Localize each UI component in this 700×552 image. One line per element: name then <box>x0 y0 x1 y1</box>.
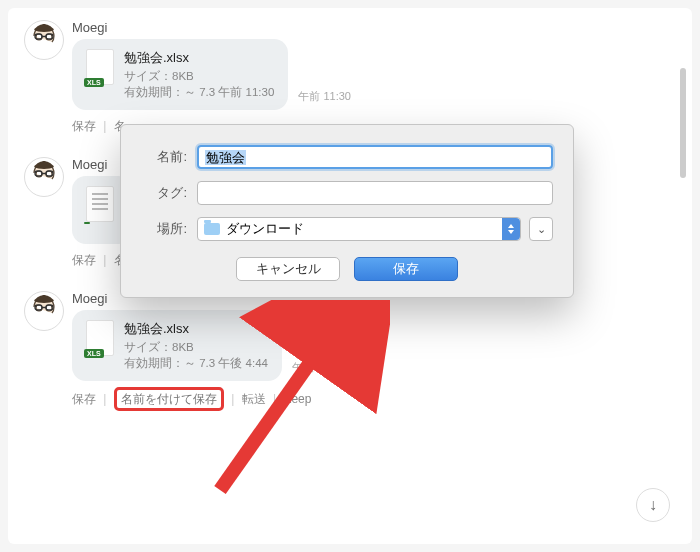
action-separator: | <box>273 392 276 406</box>
expand-dialog-button[interactable]: ⌄ <box>529 217 553 241</box>
scrollbar-thumb[interactable] <box>680 68 686 178</box>
tag-label: タグ: <box>141 184 187 202</box>
action-separator: | <box>103 392 106 406</box>
file-name: 勉強会.xlsx <box>124 49 274 67</box>
message-actions: 保存 | 名前を付けて保存 | 転送 | Keep <box>8 391 692 408</box>
save-dialog: 名前: 勉強会 タグ: 場所: ダウンロード ⌄ キャンセル 保存 <box>120 124 574 298</box>
arrow-down-icon: ↓ <box>649 496 657 514</box>
doc-file-icon <box>86 186 114 222</box>
file-name: 勉強会.xlsx <box>124 320 268 338</box>
location-select[interactable]: ダウンロード <box>197 217 521 241</box>
action-save[interactable]: 保存 <box>72 119 96 133</box>
action-separator: | <box>103 253 106 267</box>
action-separator: | <box>231 392 234 406</box>
sender-name: Moegi <box>72 20 676 35</box>
cancel-button[interactable]: キャンセル <box>236 257 340 281</box>
xls-file-icon <box>86 49 114 85</box>
avatar[interactable] <box>24 20 64 60</box>
scroll-to-bottom-button[interactable]: ↓ <box>636 488 670 522</box>
file-expiry: 有効期間：～ 7.3 午後 4:44 <box>124 356 268 372</box>
file-bubble[interactable]: 勉強会.xlsx サイズ：8KB 有効期間：～ 7.3 午前 11:30 <box>72 39 288 110</box>
xls-file-icon <box>86 320 114 356</box>
name-label: 名前: <box>141 148 187 166</box>
file-size: サイズ：8KB <box>124 69 274 85</box>
filename-input[interactable]: 勉強会 <box>197 145 553 169</box>
timestamp: 午後 4:44 <box>292 360 338 375</box>
action-save-as-highlighted[interactable]: 名前を付けて保存 <box>114 387 224 411</box>
avatar[interactable] <box>24 291 64 331</box>
file-expiry: 有効期間：～ 7.3 午前 11:30 <box>124 85 274 101</box>
action-save[interactable]: 保存 <box>72 253 96 267</box>
message-block: Moegi 勉強会.xlsx サイズ：8KB 有効期間：～ 7.3 午後 4:4… <box>8 287 692 381</box>
avatar[interactable] <box>24 157 64 197</box>
location-value: ダウンロード <box>226 220 304 238</box>
action-save[interactable]: 保存 <box>72 392 96 406</box>
updown-icon <box>502 218 520 240</box>
save-button[interactable]: 保存 <box>354 257 458 281</box>
folder-icon <box>204 223 220 235</box>
action-separator: | <box>103 119 106 133</box>
file-bubble[interactable]: 勉強会.xlsx サイズ：8KB 有効期間：～ 7.3 午後 4:44 <box>72 310 282 381</box>
action-forward[interactable]: 転送 <box>242 392 266 406</box>
tag-input[interactable] <box>197 181 553 205</box>
action-keep[interactable]: Keep <box>283 392 311 406</box>
location-label: 場所: <box>141 220 187 238</box>
chevron-down-icon: ⌄ <box>537 223 546 236</box>
filename-input-value: 勉強会 <box>205 150 246 165</box>
file-size: サイズ：8KB <box>124 340 268 356</box>
timestamp: 午前 11:30 <box>298 89 351 104</box>
message-block: Moegi 勉強会.xlsx サイズ：8KB 有効期間：～ 7.3 午前 11:… <box>8 16 692 110</box>
